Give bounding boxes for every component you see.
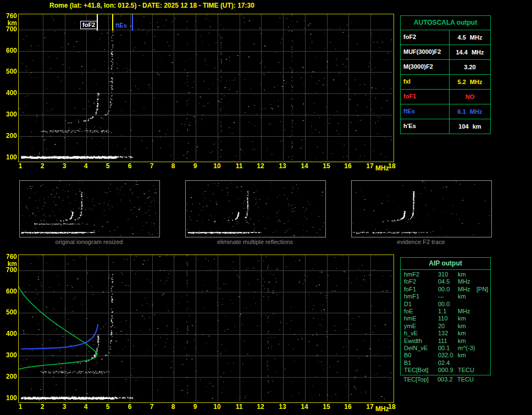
parameter-value: 5.2MHz [450, 75, 490, 89]
profile-x-tick-12: 12 [254, 403, 267, 410]
aip-parameter-unit: MHz [458, 278, 476, 285]
parameter-label: foF1 [401, 90, 450, 104]
main-x-tick-2: 2 [36, 163, 48, 169]
profile-x-tick-10: 10 [211, 403, 223, 410]
main-x-tick-12: 12 [254, 163, 267, 169]
profile-x-tick-15: 15 [320, 403, 332, 410]
main-x-tick-11: 11 [233, 163, 245, 169]
aip-row-d1: D100.0 [401, 301, 490, 308]
main-y-tick-500: 500 [2, 68, 17, 75]
aip-parameter-value: 00.0 [438, 301, 458, 308]
parameter-label: foF2 [401, 30, 450, 45]
main-x-tick-4: 4 [80, 163, 92, 169]
autoscala-row-muf-3000-f2: MUF(3000)F214.4MHz [401, 45, 490, 59]
aip-parameter-value: --- [438, 293, 458, 300]
aip-parameter-value: 04.5 [438, 278, 458, 285]
main-ionogram-plot: foF2 ftEs [18, 14, 394, 162]
autoscala-row-m-3000-f2: M(3000)F23.20 [401, 59, 490, 74]
aip-parameter-unit [458, 301, 476, 308]
parameter-value: 6.1MHz [450, 104, 490, 119]
station-header: Rome (lat: +41.8, lon: 012.5) - DATE: 20… [49, 2, 254, 9]
aip-parameter-value: 00.1 [438, 345, 458, 352]
aip-table-rows: hmF2310kmfoF204.5MHzfoF100.0MHz[PN]hmF1-… [401, 270, 490, 375]
main-x-tick-9: 9 [189, 163, 201, 169]
thumbnail-canvas [20, 181, 158, 236]
main-x-tick-10: 10 [211, 163, 223, 169]
aip-parameter-label: B0 [401, 352, 438, 359]
aip-parameter-value: 00.0 [438, 286, 458, 293]
parameter-value: 3.20 [450, 60, 490, 74]
profile-x-tick-2: 2 [36, 403, 48, 410]
aip-row-tec-top: TEC[Top]003.2TECU [400, 376, 490, 383]
aip-parameter-unit: TECU [458, 367, 476, 374]
aip-parameter-value: 111 [438, 337, 458, 345]
main-y-tick-760: 760 [2, 13, 17, 19]
parameter-value: 4.5MHz [450, 30, 490, 45]
main-y-tick-300: 300 [2, 111, 17, 118]
main-x-axis-unit: MHz [375, 165, 389, 171]
aip-row-b0: B0032.0km [401, 352, 490, 359]
main-x-tick-17: 17 [364, 163, 376, 169]
main-x-tick-8: 8 [167, 163, 179, 169]
thumbnail-caption-3: evidence F2 trace [351, 239, 491, 245]
autoscala-row-fof1: foF1NO [401, 89, 490, 104]
aip-parameter-value: 132 [438, 330, 458, 337]
main-x-tick-15: 15 [320, 163, 332, 169]
aip-row-fof2: foF204.5MHz [401, 278, 490, 285]
profile-x-tick-14: 14 [298, 403, 311, 410]
autoscala-row-h-es: h'Es104km [401, 119, 490, 134]
aip-row-hmf2: hmF2310km [401, 271, 490, 278]
aip-parameter-value: 02.4 [438, 359, 458, 367]
aip-parameter-label: foE [401, 308, 438, 315]
profile-x-tick-4: 4 [80, 403, 92, 410]
aip-parameter-label: hmE [401, 315, 438, 322]
profile-x-tick-6: 6 [124, 403, 136, 410]
profile-x-tick-1: 1 [14, 403, 26, 410]
profile-y-tick-300: 300 [2, 352, 17, 358]
main-y-tick-200: 200 [2, 132, 17, 139]
autoscala-table-title: AUTOSCALA output [401, 16, 490, 30]
aip-row-tec-bot-: TEC[Bot]000.9TECU [401, 367, 490, 374]
profile-x-tick-11: 11 [233, 403, 245, 410]
aip-parameter-value: 1.1 [438, 308, 458, 315]
aip-parameter-unit: m^(-3) [458, 345, 476, 352]
aip-row-foe: foE1.1MHz [401, 308, 490, 315]
aip-parameter-value: 20 [438, 323, 458, 330]
aip-row-yme: ymE20km [401, 323, 490, 330]
autoscala-row-fxi: fxI5.2MHz [401, 74, 490, 89]
main-y-axis-unit: km [2, 20, 17, 26]
profile-x-tick-9: 9 [189, 403, 201, 410]
main-y-tick-600: 600 [2, 47, 17, 54]
main-x-tick-1: 1 [14, 163, 26, 169]
aip-parameter-label: ymE [401, 323, 438, 330]
parameter-value: 104km [450, 119, 490, 134]
thumbnail-caption-1: original ionogram resized [19, 239, 159, 245]
aip-row-fof1: foF100.0MHz[PN] [401, 286, 490, 293]
parameter-label: h'Es [401, 119, 450, 134]
main-x-tick-6: 6 [124, 163, 136, 169]
aip-parameter-label: Ewidth [401, 337, 438, 345]
profile-x-tick-3: 3 [58, 403, 70, 410]
thumbnail-caption-2: eliminate multiple reflections [185, 239, 325, 245]
aip-parameter-label: foF1 [401, 286, 438, 293]
aip-parameter-unit: MHz [458, 286, 476, 293]
aip-parameter-unit: km [458, 337, 476, 345]
aip-parameter-value: 310 [438, 271, 458, 278]
aip-table-title: AIP output [401, 258, 490, 270]
aip-parameter-value: 032.0 [438, 352, 458, 359]
ftes-marker-label: ftEs [115, 22, 127, 29]
profile-y-tick-200: 200 [2, 373, 17, 380]
thumbnail-f2-trace-evidence [351, 180, 492, 237]
main-x-tick-7: 7 [146, 163, 158, 169]
aip-parameter-label: foF2 [401, 278, 438, 285]
autoscala-output-table: AUTOSCALA output foF24.5MHzMUF(3000)F214… [400, 15, 491, 134]
aip-row-hme: hmE110km [401, 315, 490, 322]
profile-ionogram-canvas [19, 255, 392, 401]
thumbnail-canvas [186, 181, 324, 236]
profile-y-tick-760: 760 [2, 253, 17, 260]
profile-x-tick-13: 13 [276, 403, 289, 410]
aip-row-deln-ve: DelN_vE00.1m^(-3) [401, 345, 490, 352]
aip-row-h-ve: h_vE132km [401, 330, 490, 337]
parameter-label: fxI [401, 75, 450, 89]
profile-y-tick-100: 100 [2, 395, 17, 401]
